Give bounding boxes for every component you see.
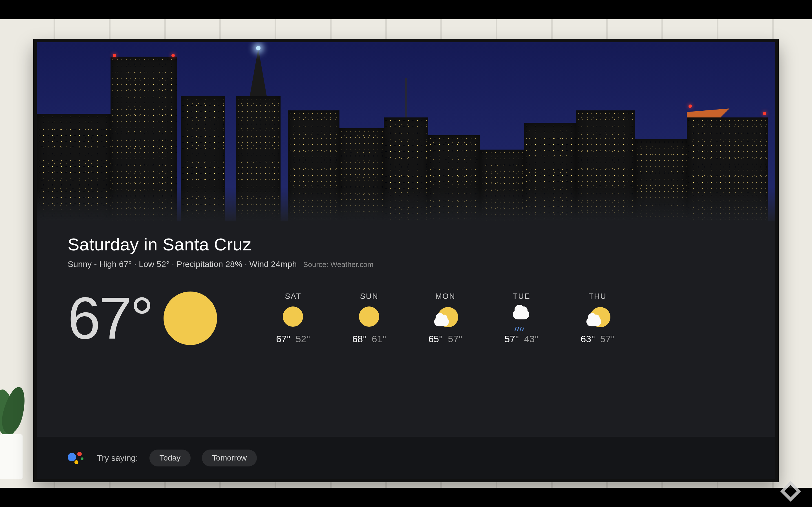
tv-frame: Saturday in Santa Cruz Sunny - High 67° … <box>33 39 779 482</box>
forecast-day-mon: MON 65° 57° <box>426 292 465 344</box>
forecast-day-label: MON <box>435 292 455 301</box>
forecast-day-tue: TUE 57° 43° <box>502 292 541 344</box>
background-skyline <box>37 42 775 221</box>
forecast-row: SAT 67° 52° SUN <box>273 292 617 344</box>
forecast-day-thu: THU 63° 57° <box>578 292 617 344</box>
forecast-high: 67° <box>276 334 290 344</box>
assistant-bar: Try saying: Today Tomorrow <box>37 437 775 479</box>
watermark-icon <box>779 480 802 503</box>
current-temp: 67° <box>68 289 152 348</box>
partly-cloudy-icon <box>435 306 456 327</box>
forecast-high: 63° <box>580 334 595 344</box>
low-text: Low 52° <box>139 260 169 269</box>
forecast-day-sat: SAT 67° 52° <box>273 292 313 344</box>
forecast-low: 57° <box>600 334 615 344</box>
forecast-high: 65° <box>428 334 443 344</box>
suggestion-chip-today[interactable]: Today <box>149 450 191 466</box>
condition-text: Sunny <box>68 260 92 269</box>
weather-summary: Sunny - High 67° · Low 52° · Precipitati… <box>68 260 744 269</box>
weather-title: Saturday in Santa Cruz <box>68 234 744 255</box>
forecast-day-label: SAT <box>285 292 301 301</box>
forecast-low: 57° <box>448 334 462 344</box>
decor-plant <box>0 378 31 480</box>
forecast-day-label: TUE <box>513 292 530 301</box>
rain-icon <box>511 306 532 327</box>
current-weather: 67° <box>68 289 217 348</box>
assistant-prompt: Try saying: <box>97 453 138 463</box>
forecast-low: 61° <box>372 334 386 344</box>
sunny-icon <box>359 306 380 327</box>
high-text: High 67° <box>99 260 132 269</box>
sunny-icon <box>283 306 304 327</box>
forecast-day-sun: SUN 68° 61° <box>350 292 389 344</box>
suggestion-chip-tomorrow[interactable]: Tomorrow <box>202 450 257 466</box>
assistant-logo-icon <box>68 449 86 467</box>
wind-text: Wind 24mph <box>249 260 297 269</box>
forecast-high: 68° <box>352 334 366 344</box>
sunny-icon <box>163 291 217 345</box>
source-text: Source: Weather.com <box>303 260 373 269</box>
forecast-low: 52° <box>296 334 310 344</box>
forecast-high: 57° <box>504 334 519 344</box>
forecast-day-label: THU <box>589 292 607 301</box>
tv-screen: Saturday in Santa Cruz Sunny - High 67° … <box>37 42 775 479</box>
forecast-low: 43° <box>524 334 539 344</box>
partly-cloudy-icon <box>587 306 608 327</box>
precip-text: Precipitation 28% <box>176 260 242 269</box>
weather-panel: Saturday in Santa Cruz Sunny - High 67° … <box>37 221 775 479</box>
forecast-day-label: SUN <box>360 292 378 301</box>
